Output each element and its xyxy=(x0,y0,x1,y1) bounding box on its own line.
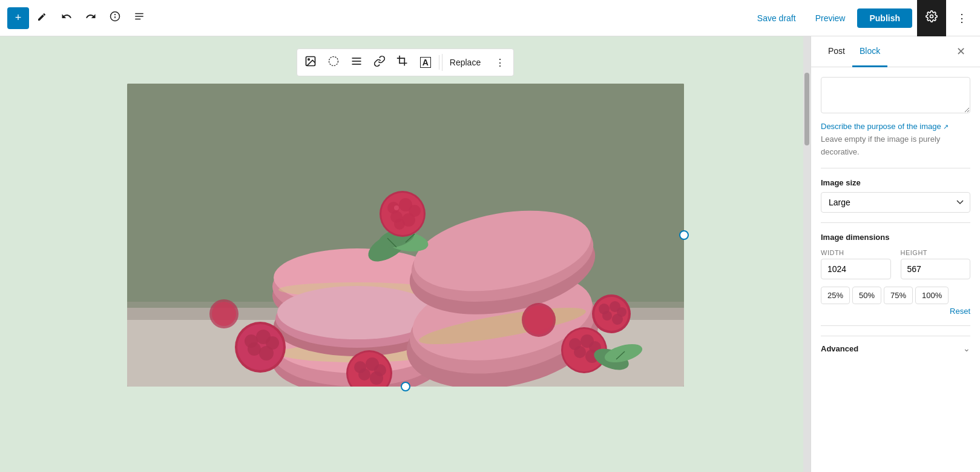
crop-icon xyxy=(396,55,409,70)
crop-button[interactable] xyxy=(392,52,413,73)
image-size-select[interactable]: Thumbnail Medium Large Full Size xyxy=(821,192,970,213)
text-button[interactable]: A xyxy=(415,52,436,73)
editor-area: A Replace ⋮ xyxy=(0,36,811,472)
alt-text-input[interactable] xyxy=(821,77,970,113)
redo-icon xyxy=(85,11,96,25)
toolbar-right: Save draft Preview Publish ⋮ xyxy=(750,0,973,36)
preview-button[interactable]: Preview xyxy=(808,8,853,28)
tab-block[interactable]: Block xyxy=(852,36,887,67)
image-size-label: Image size xyxy=(821,178,970,187)
percent-buttons-row: 25% 50% 75% 100% Reset xyxy=(821,287,970,316)
advanced-section[interactable]: Advanced ⌄ xyxy=(821,336,970,361)
image-block-button[interactable] xyxy=(300,52,321,73)
svg-point-50 xyxy=(394,219,405,230)
close-icon: ✕ xyxy=(956,45,965,58)
image-dimensions-label: Image dimensions xyxy=(821,233,970,242)
image-icon xyxy=(304,55,317,70)
list-view-button[interactable] xyxy=(128,7,150,29)
list-icon xyxy=(134,11,145,25)
block-toolbar: A Replace ⋮ xyxy=(297,48,514,76)
svg-point-71 xyxy=(574,346,586,358)
advanced-label: Advanced xyxy=(821,344,858,353)
tab-post[interactable]: Post xyxy=(821,36,852,67)
image-container xyxy=(127,84,684,387)
sidebar-close-button[interactable]: ✕ xyxy=(952,36,970,67)
block-more-button[interactable]: ⋮ xyxy=(489,52,511,73)
editor-scrollbar[interactable] xyxy=(803,36,811,472)
svg-point-9 xyxy=(329,57,338,66)
percent-100-button[interactable]: 100% xyxy=(915,287,949,304)
dimensions-row: Width Height xyxy=(821,249,970,279)
svg-point-57 xyxy=(248,342,261,356)
block-toolbar-divider xyxy=(439,55,439,70)
svg-point-65 xyxy=(370,371,383,385)
percent-75-button[interactable]: 75% xyxy=(884,287,913,304)
select-tool-button[interactable] xyxy=(323,52,344,73)
percent-50-button[interactable]: 50% xyxy=(852,287,881,304)
select-icon xyxy=(327,55,340,70)
info-icon xyxy=(110,11,120,25)
alt-text-link[interactable]: Describe the purpose of the image ↗ xyxy=(821,121,949,133)
info-button[interactable] xyxy=(104,7,126,29)
section-divider-3 xyxy=(821,325,970,326)
food-image-svg xyxy=(127,84,684,387)
svg-point-86 xyxy=(212,302,236,326)
section-divider-1 xyxy=(821,168,970,168)
image-dimensions-section: Image dimensions Width Height 25% 50% 7 xyxy=(821,233,970,316)
svg-point-78 xyxy=(602,311,612,321)
gear-icon xyxy=(926,10,938,25)
settings-button[interactable] xyxy=(917,0,946,36)
align-icon xyxy=(350,55,363,70)
alt-text-link-text: Describe the purpose of the image xyxy=(821,121,941,133)
svg-point-58 xyxy=(259,346,274,361)
scrollbar-thumb xyxy=(804,73,809,145)
sidebar-tabs: Post Block ✕ xyxy=(811,36,980,67)
link-icon xyxy=(373,55,386,70)
width-input[interactable] xyxy=(821,259,891,279)
svg-point-79 xyxy=(612,314,623,325)
external-link-icon: ↗ xyxy=(943,122,949,133)
pencil-icon xyxy=(37,11,48,25)
add-block-button[interactable]: + xyxy=(7,7,29,29)
resize-handle-bottom[interactable] xyxy=(401,382,410,391)
alt-text-note-text: Leave empty if the image is purely decor… xyxy=(821,135,940,156)
sidebar: Post Block ✕ Describe the purpose of the… xyxy=(811,36,980,472)
plus-icon: + xyxy=(15,12,22,24)
link-button[interactable] xyxy=(369,52,390,73)
main-image xyxy=(127,84,684,387)
undo-icon xyxy=(61,11,72,25)
ellipsis-vertical-icon: ⋮ xyxy=(956,12,967,25)
svg-point-64 xyxy=(358,368,370,381)
section-divider-2 xyxy=(821,222,970,223)
replace-button[interactable]: Replace xyxy=(442,54,488,71)
top-toolbar: + xyxy=(0,0,980,36)
sidebar-content: Describe the purpose of the image ↗ Leav… xyxy=(811,67,980,472)
svg-point-51 xyxy=(394,205,399,210)
block-ellipsis-icon: ⋮ xyxy=(495,57,505,68)
text-icon: A xyxy=(420,57,431,68)
svg-point-6 xyxy=(930,15,933,18)
align-button[interactable] xyxy=(346,52,367,73)
height-input[interactable] xyxy=(901,259,971,279)
main-area: A Replace ⋮ xyxy=(0,36,980,472)
publish-button[interactable]: Publish xyxy=(857,8,912,28)
width-label: Width xyxy=(821,249,891,256)
redo-button[interactable] xyxy=(80,7,102,29)
svg-point-84 xyxy=(524,305,553,334)
save-draft-button[interactable]: Save draft xyxy=(750,8,803,28)
height-label: Height xyxy=(901,249,971,256)
height-field: Height xyxy=(901,249,971,279)
undo-button[interactable] xyxy=(56,7,77,29)
reset-button[interactable]: Reset xyxy=(950,307,970,316)
chevron-down-icon: ⌄ xyxy=(963,344,970,353)
pencil-button[interactable] xyxy=(31,7,53,29)
alt-text-description: Describe the purpose of the image ↗ Leav… xyxy=(821,121,970,158)
width-field: Width xyxy=(821,249,891,279)
image-size-section: Image size Thumbnail Medium Large Full S… xyxy=(821,178,970,213)
resize-handle-right[interactable] xyxy=(679,230,689,240)
svg-point-8 xyxy=(308,59,310,61)
percent-25-button[interactable]: 25% xyxy=(821,287,850,304)
more-options-button[interactable]: ⋮ xyxy=(951,7,973,29)
